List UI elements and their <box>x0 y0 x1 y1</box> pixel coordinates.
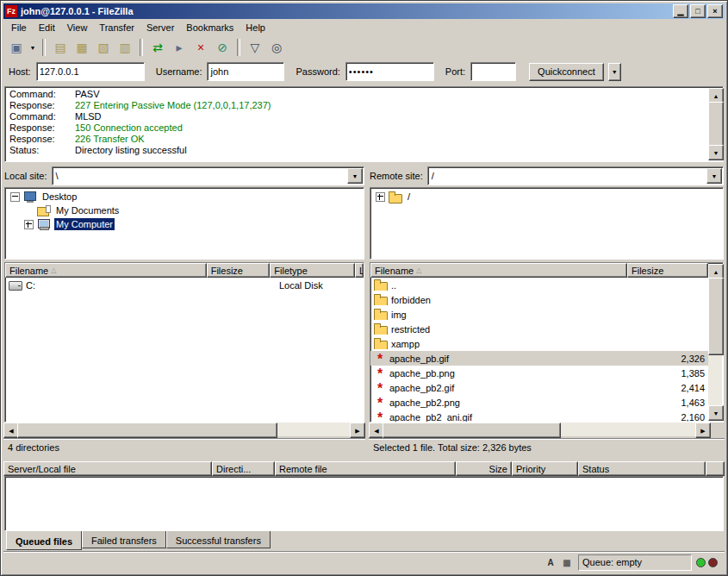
menu-help[interactable]: Help <box>240 20 271 35</box>
remote-site-bar: Remote site: / ▼ <box>369 165 725 187</box>
log-vertical-scrollbar[interactable]: ▲ ▼ <box>708 88 722 160</box>
remote-file-row[interactable]: *apache_pb.gif2,326 <box>370 351 708 366</box>
file-name: C: <box>26 280 35 291</box>
folder-icon <box>374 294 388 305</box>
remote-site-dropdown-button[interactable]: ▼ <box>706 168 722 184</box>
remote-list-header: Filename△Filesize <box>370 263 708 278</box>
local-file-row[interactable]: C:Local Disk <box>5 278 364 292</box>
menu-edit[interactable]: Edit <box>33 20 61 35</box>
log-type-label: Response: <box>9 100 75 111</box>
close-button[interactable]: × <box>707 4 723 18</box>
toggle-remote-tree-button[interactable]: ▧ <box>93 38 114 57</box>
remote-file-row[interactable]: .. <box>370 278 708 292</box>
password-input[interactable] <box>345 62 434 81</box>
remote-file-row[interactable]: *apache_pb2.png1,463 <box>370 395 708 410</box>
chevron-down-icon: ▼ <box>712 173 718 179</box>
title-bar[interactable]: Fz john@127.0.0.1 - FileZilla ▁□× <box>3 3 725 19</box>
refresh-button[interactable]: ⇄ <box>147 38 168 57</box>
remote-file-row[interactable]: *apache_pb.png1,385 <box>370 366 708 380</box>
local-list-header: Filename△FilesizeFiletypeL <box>5 263 364 278</box>
tab-failed-transfers[interactable]: Failed transfers <box>82 531 166 548</box>
queue-status-panel: Queue: empty <box>578 554 692 571</box>
tree-item-my-computer[interactable]: My Computer <box>7 217 362 231</box>
remote-file-row[interactable]: restricted <box>370 322 708 336</box>
local-directory-tree: DesktopMy DocumentsMy Computer <box>4 187 364 260</box>
site-manager-button[interactable]: ▣ <box>6 38 27 57</box>
menu-file[interactable]: File <box>5 20 33 35</box>
remote-vertical-scrollbar[interactable]: ▲ ▼ <box>708 264 722 421</box>
menu-server[interactable]: Server <box>140 20 180 35</box>
disconnect-button[interactable]: ⊘ <box>212 38 233 57</box>
filename-cell: forbidden <box>370 294 625 305</box>
file-name: apache_pb.png <box>389 368 455 379</box>
queue-column-header-size[interactable]: Size <box>456 461 512 476</box>
remote-directory-tree: / <box>370 187 724 260</box>
local-column-header-filetype[interactable]: Filetype <box>270 263 355 278</box>
toggle-message-log-button[interactable]: ▤ <box>50 38 71 57</box>
remote-column-header-filesize[interactable]: Filesize <box>627 263 708 278</box>
remote-horizontal-scrollbar[interactable]: ◀ ▶ <box>369 423 725 436</box>
filesize-cell: 1,463 <box>625 398 708 408</box>
local-site-combobox[interactable]: \ ▼ <box>52 166 364 185</box>
queue-column-header-status[interactable]: Status <box>578 461 706 476</box>
process-queue-icon: ▸ <box>176 41 182 53</box>
tree-item-desktop[interactable]: Desktop <box>7 190 362 203</box>
scroll-down-button[interactable]: ▼ <box>708 405 724 421</box>
tab-queued-files[interactable]: Queued files <box>6 531 82 550</box>
tree-item-my-documents[interactable]: My Documents <box>7 203 362 217</box>
scrollbar-thumb[interactable] <box>708 102 724 147</box>
menu-view[interactable]: View <box>61 20 94 35</box>
toggle-local-tree-button[interactable]: ▦ <box>72 38 92 57</box>
process-queue-button[interactable]: ▸ <box>169 38 190 57</box>
minimize-button[interactable]: ▁ <box>673 4 688 18</box>
drive-icon <box>9 279 22 291</box>
expand-icon[interactable] <box>376 192 385 202</box>
left-arrow-icon: ◀ <box>374 428 378 434</box>
local-site-dropdown-button[interactable]: ▼ <box>347 168 363 184</box>
menu-transfer[interactable]: Transfer <box>93 20 140 35</box>
find-button[interactable]: ◎ <box>266 38 287 57</box>
scrollbar-thumb[interactable] <box>17 423 277 438</box>
host-input[interactable] <box>36 62 145 81</box>
username-input[interactable] <box>207 62 284 81</box>
quickconnect-button[interactable]: Quickconnect <box>529 63 604 81</box>
scrollbar-thumb[interactable] <box>383 423 561 438</box>
send-led <box>708 558 718 567</box>
cancel-button[interactable]: × <box>190 38 211 57</box>
expand-icon[interactable] <box>24 220 34 229</box>
remote-file-row[interactable]: *apache_pb2.gif2,414 <box>370 380 708 395</box>
menu-bookmarks[interactable]: Bookmarks <box>180 20 240 35</box>
port-input[interactable] <box>470 62 516 81</box>
file-name: apache_pb2.gif <box>389 383 454 393</box>
filename-cell: *apache_pb2.gif <box>370 382 625 393</box>
remote-column-header-filename[interactable]: Filename△ <box>370 263 627 278</box>
remote-file-row[interactable]: img <box>370 307 708 322</box>
local-horizontal-scrollbar[interactable]: ◀ ▶ <box>3 423 365 436</box>
scroll-right-button[interactable]: ▶ <box>695 423 711 438</box>
queue-column-header-priority[interactable]: Priority <box>512 461 578 476</box>
log-type-label: Response: <box>9 122 75 134</box>
remote-site-combobox[interactable]: / ▼ <box>427 166 724 185</box>
quickconnect-dropdown-button[interactable]: ▼ <box>608 63 621 81</box>
filter-button[interactable]: ▽ <box>245 38 265 57</box>
tab-successful-transfers[interactable]: Successful transfers <box>166 531 271 548</box>
scroll-down-button[interactable]: ▼ <box>708 145 724 160</box>
disconnect-icon: ⊘ <box>217 41 227 53</box>
collapse-icon[interactable] <box>10 192 20 202</box>
scrollbar-thumb[interactable] <box>708 278 724 355</box>
queue-column-header-server-local-file[interactable]: Server/Local file <box>3 461 212 476</box>
tree-item-item[interactable]: / <box>372 190 721 203</box>
queue-column-header-directi[interactable]: Directi... <box>212 461 275 476</box>
local-column-header-filesize[interactable]: Filesize <box>207 263 271 278</box>
activity-leds <box>696 558 718 567</box>
local-column-header-filename[interactable]: Filename△ <box>5 263 207 278</box>
queue-column-header-remote-file[interactable]: Remote file <box>275 461 456 476</box>
site-manager-dropdown-button[interactable]: ▼ <box>28 38 38 57</box>
remote-file-row[interactable]: forbidden <box>370 292 708 307</box>
scroll-right-button[interactable]: ▶ <box>350 423 365 438</box>
toggle-queue-button[interactable]: ▥ <box>115 38 135 57</box>
local-column-header-l[interactable]: L <box>355 263 364 278</box>
remote-file-row[interactable]: xampp <box>370 336 708 351</box>
remote-file-row[interactable]: *apache_pb2_ani.gif2,160 <box>370 410 708 422</box>
maximize-button[interactable]: □ <box>690 4 706 18</box>
